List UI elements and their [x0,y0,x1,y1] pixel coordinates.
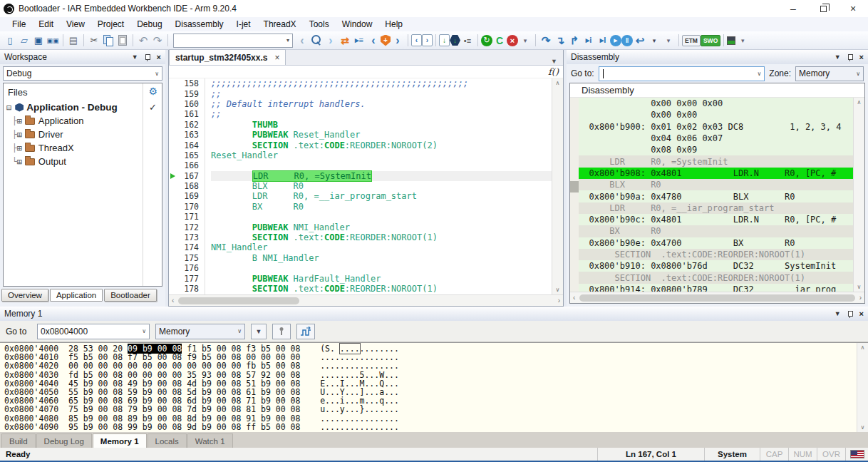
step-out-icon[interactable]: ↱ [567,33,582,48]
download-file-icon[interactable]: ↓ [439,34,450,46]
memory-row[interactable]: 0x0800'4090 95 b9 00 08 99 b9 00 08 9d b… [4,422,857,431]
disassembly-row[interactable]: 0x800'b90e: 0x4700 BX R0 [579,237,853,249]
reset-icon[interactable]: ↩ [633,33,647,48]
code-line[interactable]: THUMB [211,120,552,130]
bottom-tab-watch-1[interactable]: Watch 1 [187,433,233,448]
disassembly-source-row[interactable]: SECTION .text:CODE:REORDER:NOROOT(1) [579,249,853,260]
disassembly-source-row[interactable]: LDR R0, =SystemInit [579,155,853,167]
memory-hex-dump[interactable]: 0x0800'4000 28 53 00 20 09 b9 00 08 f1 b… [0,343,857,432]
disassembly-source-row[interactable]: LDR R0, =__iar_program_start [579,202,853,214]
paste-icon[interactable] [115,33,130,48]
editor-tab[interactable]: startup_stm32f405xx.s × [169,49,286,65]
code-line[interactable]: BLX R0 [211,181,552,191]
menu-project[interactable]: Project [91,18,130,31]
overflow-icon[interactable]: ▾ [735,33,750,48]
menu-view[interactable]: View [60,18,91,31]
call-stack-icon[interactable]: •≡ [460,33,475,48]
tree-group-driver[interactable]: ├⊞Driver [4,128,162,141]
disassembly-row[interactable]: 0x800'b90c: 0x4801 LDR.N R0, [PC, # [579,214,853,225]
stop-debugging-icon[interactable]: × [507,35,518,46]
menu-window[interactable]: Window [336,18,379,31]
c-spy-icon[interactable]: C [492,33,507,48]
code-line[interactable]: Reset_Handler [211,150,552,160]
break-icon[interactable]: ‖ [621,35,633,46]
gear-icon[interactable]: ⚙ [148,86,157,96]
collapse-icon[interactable]: ⊟ [6,103,11,113]
restore-button[interactable] [808,0,838,17]
code-line[interactable]: PUBWEAK HardFault_Handler [211,273,552,283]
panel-menu-icon[interactable]: ▼ [835,310,841,317]
menu-file[interactable]: File [6,18,32,31]
editor-vertical-scrollbar[interactable]: ∧∨ [552,78,563,294]
code-line[interactable] [211,160,552,170]
close-panel-icon[interactable]: × [859,309,864,318]
power-log-icon[interactable] [727,36,735,45]
copy-icon[interactable] [101,33,115,48]
menu-help[interactable]: Help [378,18,409,31]
memory-row[interactable]: 0x0800'4040 45 b9 00 08 49 b9 00 08 4d b… [4,379,857,387]
code-line[interactable]: ;; Default interrupt handlers. [211,99,552,109]
go-icon[interactable]: ▶ [610,35,621,46]
code-line[interactable]: ;; [211,109,552,119]
disassembly-horizontal-scrollbar[interactable]: ‹› [570,292,864,303]
toggle-breakpoint-icon[interactable]: + [381,35,391,46]
close-panel-icon[interactable]: × [859,53,864,61]
disassembly-row[interactable]: 0x00 0x00 [579,109,853,120]
function-list-icon[interactable]: f() [548,66,559,77]
memory-row[interactable]: 0x0800'4000 28 53 00 20 09 b9 00 08 f1 b… [4,344,857,352]
disassembly-row[interactable]: 0x04 0x06 0x07 [579,133,853,144]
disassembly-row[interactable]: 0x800'b910: 0x0800'b76d DC32 SystemInit [579,260,853,272]
pin-icon[interactable] [847,53,853,61]
nav-back-icon[interactable]: ‹ [295,33,309,48]
code-line[interactable] [211,212,552,222]
memory-goto-input[interactable]: 0x08004000 ∨ [37,324,150,339]
prev-bookmark-icon[interactable]: ‹ [366,33,381,48]
pin-icon[interactable] [145,53,150,61]
tree-group-application[interactable]: ├⊞Application [4,114,162,128]
code-line[interactable]: LDR R0, =__iar_program_start [211,191,552,201]
redo-icon[interactable]: ↷ [150,33,165,48]
code-line[interactable]: ;; [211,88,552,98]
toolbar-search-input[interactable]: ▾ [173,34,293,48]
expand-icon[interactable]: ⊞ [17,157,22,167]
overflow-icon[interactable]: ▾ [661,33,676,48]
memory-trace-icon[interactable] [296,324,315,339]
code-line[interactable]: B NMI_Handler [211,253,552,263]
dropdown-icon[interactable]: ▾ [647,33,661,48]
scrollbar-thumb[interactable] [579,294,854,302]
disassembly-row[interactable]: 0x00 0x00 0x00 [579,98,853,109]
workspace-tab-application[interactable]: Application [50,289,103,302]
memory-row[interactable]: 0x0800'4070 75 b9 00 08 79 b9 00 08 7d b… [4,404,857,413]
expand-icon[interactable]: ⊞ [17,116,22,126]
menu-threadx[interactable]: ThreadX [257,18,303,31]
pin-icon[interactable] [847,310,853,318]
close-button[interactable]: × [838,0,868,17]
trace-swap-icon[interactable]: ⇄ [338,33,352,48]
code-line[interactable]: NMI_Handler [211,242,552,252]
tree-group-threadx[interactable]: ├⊞ThreadX [4,141,162,155]
code-line[interactable]: LDR R0, =SystemInit [211,171,552,181]
set-next-statement-icon[interactable] [272,324,291,339]
disassembly-current-row[interactable]: 0x800'b908: 0x4801 LDR.N R0, [PC, # [579,168,853,179]
print-icon[interactable]: ▤ [66,33,81,48]
swo-button-icon[interactable]: SWO [701,35,720,46]
disassembly-goto-input[interactable]: ∨ [599,66,765,81]
code-line[interactable]: PUBWEAK Reset_Handler [211,130,552,140]
save-icon[interactable]: ▣ [31,33,46,48]
workspace-tab-overview[interactable]: Overview [1,289,48,302]
menu-i-jet[interactable]: I-jet [230,18,257,31]
prev-page-icon[interactable]: ‹ [411,34,422,46]
memory-row[interactable]: 0x0800'4050 55 b9 00 08 59 b9 00 08 5d b… [4,387,857,396]
menu-edit[interactable]: Edit [32,18,60,31]
nav-forward-icon[interactable]: › [324,33,338,48]
memory-vertical-scrollbar[interactable]: ∧∨ [857,343,868,432]
new-file-icon[interactable]: ▯ [3,33,17,48]
panel-menu-icon[interactable]: ▼ [132,53,138,61]
memory-row[interactable]: 0x0800'4020 00 00 00 00 00 00 00 00 00 0… [4,361,857,369]
move-to-pc-icon[interactable]: ▸I [596,33,610,48]
code-line[interactable]: SECTION .text:CODE:REORDER:NOROOT(1) [211,284,552,294]
menu-tools[interactable]: Tools [303,18,336,31]
code-line[interactable]: PUBWEAK NMI_Handler [211,222,552,232]
workspace-config-select[interactable]: Debug ∨ [3,66,162,81]
open-file-icon[interactable]: ▱ [17,33,31,48]
